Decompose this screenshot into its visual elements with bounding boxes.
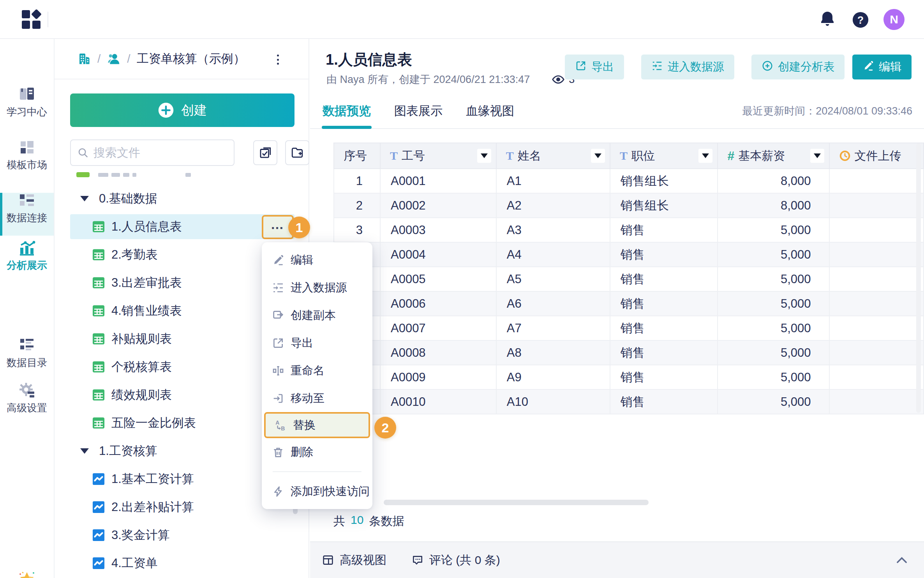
menu-item-添加到快速访问[interactable]: 添加到快速访问	[262, 478, 372, 505]
table-cell: A0008	[380, 340, 496, 365]
table-cell: 销售	[610, 267, 718, 291]
tree-item-label: 4.工资单	[111, 555, 158, 571]
table-cell: 销售	[610, 340, 718, 365]
new-folder-icon[interactable]	[285, 140, 309, 165]
column-filter-dropdown[interactable]	[810, 149, 824, 163]
tree-item-label: 补贴规则表	[111, 331, 172, 347]
table-cell: 5,000	[718, 340, 829, 365]
help-icon[interactable]: ?	[852, 11, 869, 29]
table-row[interactable]: 7A0007A7销售5,000	[334, 316, 924, 340]
menu-item-创建副本[interactable]: 创建副本	[262, 301, 372, 329]
step-badge-1: 1	[288, 217, 310, 238]
menu-item-进入数据源[interactable]: 进入数据源	[262, 274, 372, 301]
menu-item-重命名[interactable]: 重命名	[262, 357, 372, 384]
header-actions: 导出进入数据源创建分析表编辑	[565, 55, 912, 79]
action-button-label: 创建分析表	[778, 59, 834, 75]
column-header-label: 工号	[402, 148, 425, 164]
edit-white-icon	[862, 60, 874, 74]
table-row[interactable]: 1A0001A1销售组长8,000	[334, 169, 924, 193]
menu-item-label: 替换	[293, 418, 316, 433]
tab-图表展示[interactable]: 图表展示	[393, 93, 443, 128]
table-cell: A0010	[380, 389, 496, 414]
sidebar-item-label: 模板市场	[0, 158, 54, 172]
app-logo-icon[interactable]	[22, 10, 41, 29]
org-building-icon[interactable]	[77, 52, 91, 66]
breadcrumb-project-name[interactable]: 工资单核算（示例）	[137, 51, 245, 67]
column-filter-dropdown[interactable]	[591, 149, 605, 163]
table-row[interactable]: 4A0004A4销售5,000	[334, 242, 924, 267]
table-cell: A0009	[380, 365, 496, 389]
context-menu: 编辑进入数据源创建副本导出重命名移动至AB替换删除添加到快速访问	[262, 242, 372, 509]
table-row[interactable]: 10A0010A10销售5,000	[334, 389, 924, 414]
tab-数据预览[interactable]: 数据预览	[322, 93, 372, 128]
table-cell: A0007	[380, 316, 496, 340]
notifications-bell-icon[interactable]	[818, 10, 837, 29]
enter-source-icon	[272, 282, 284, 294]
replace-icon: AB	[274, 419, 287, 432]
menu-item-删除[interactable]: 删除	[262, 438, 372, 466]
table-horizontal-scrollbar[interactable]	[384, 500, 649, 505]
sidebar-item-label: 学习中心	[0, 105, 54, 119]
table-row[interactable]: 6A0006A6销售5,000	[334, 291, 924, 316]
column-filter-dropdown[interactable]	[698, 149, 712, 163]
caret-down-icon[interactable]	[80, 196, 89, 201]
tree-item-label: 五险一金比例表	[111, 415, 196, 431]
tab-血缘视图[interactable]: 血缘视图	[465, 93, 515, 128]
table-row[interactable]: 9A0009A9销售5,000	[334, 365, 924, 389]
tree-item-3.奖金计算[interactable]: 3.奖金计算	[55, 521, 309, 549]
action-button-创建分析表[interactable]: 创建分析表	[751, 55, 845, 79]
learn-icon	[18, 85, 36, 104]
tree-item-4.工资单[interactable]: 4.工资单	[55, 549, 309, 577]
edit-icon	[272, 254, 284, 266]
search-input[interactable]: 搜索文件	[70, 139, 235, 166]
menu-divider	[273, 471, 361, 472]
advanced-view-button[interactable]: 高级视图	[322, 552, 386, 568]
user-avatar[interactable]: N	[883, 9, 905, 30]
tabs-bar: 数据预览图表展示血缘视图 最近更新时间：2024/08/01 09:33:46	[310, 93, 924, 129]
table-icon	[91, 247, 106, 262]
collapse-chevron-up-icon[interactable]	[894, 553, 909, 568]
action-button-导出[interactable]: 导出	[565, 55, 624, 79]
table-icon	[91, 331, 106, 346]
action-button-编辑[interactable]: 编辑	[852, 55, 912, 79]
advanced-view-icon	[322, 554, 334, 566]
comments-label: 评论 (共 0 条)	[429, 552, 500, 568]
create-button[interactable]: 创建	[70, 93, 294, 127]
step-badge-2: 2	[374, 417, 396, 439]
project-kebab-menu-icon[interactable]	[272, 53, 284, 66]
team-person-icon[interactable]	[107, 52, 121, 66]
menu-item-替换[interactable]: AB替换	[264, 412, 370, 438]
caret-down-icon[interactable]	[80, 448, 89, 454]
column-header-姓名: T姓名	[496, 143, 610, 169]
table-icon	[91, 219, 106, 234]
menu-item-移动至[interactable]: 移动至	[262, 384, 372, 412]
action-button-进入数据源[interactable]: 进入数据源	[641, 55, 734, 79]
menu-item-label: 进入数据源	[291, 280, 347, 296]
table-row[interactable]: 2A0002A2销售组长8,000	[334, 193, 924, 218]
table-vertical-scrollbar[interactable]	[916, 143, 921, 413]
menu-item-导出[interactable]: 导出	[262, 329, 372, 357]
table-icon	[91, 359, 106, 374]
comments-button[interactable]: 评论 (共 0 条)	[411, 552, 500, 568]
sidebar-item-label: 数据连接	[0, 211, 54, 225]
table-icon	[91, 416, 106, 430]
tree-folder-0.基础数据[interactable]: 0.基础数据	[55, 185, 309, 213]
table-row[interactable]: 5A0005A5销售5,000	[334, 267, 924, 291]
table-cell: A0001	[380, 169, 496, 193]
table-row[interactable]: 3A0003A3销售5,000	[334, 218, 924, 242]
menu-item-编辑[interactable]: 编辑	[262, 246, 372, 274]
multi-select-icon[interactable]	[253, 140, 277, 165]
summary-count: 10	[351, 513, 363, 529]
breadcrumb: / / 工资单核算（示例）	[55, 39, 309, 79]
column-header-职位: T职位	[610, 143, 718, 169]
table-cell: A2	[496, 193, 610, 218]
quick-icon	[272, 485, 284, 498]
table-cell	[829, 242, 924, 267]
table-row[interactable]: 8A0008A8销售5,000	[334, 340, 924, 365]
table-cell	[829, 389, 924, 414]
tree-item-label: 3.出差审批表	[111, 275, 182, 291]
table-icon	[91, 275, 106, 290]
column-filter-dropdown[interactable]	[477, 149, 491, 163]
table-cell: A3	[496, 218, 610, 242]
table-cell: 5,000	[718, 291, 829, 316]
